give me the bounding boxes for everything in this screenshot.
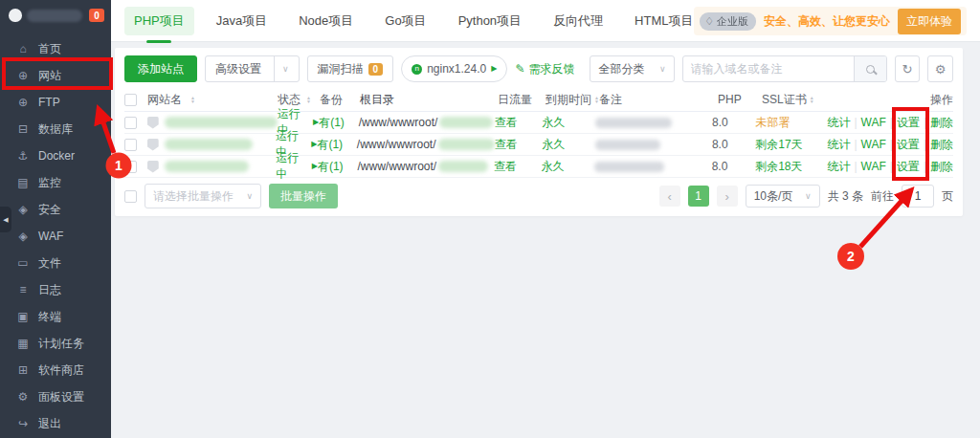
remark-blurred[interactable] [594,162,664,172]
sidebar-item-monitor[interactable]: ▤监控 [0,169,111,196]
site-waf-link[interactable]: WAF [861,138,886,151]
tab-java[interactable]: Java项目 [207,7,277,35]
sort-icon[interactable]: ▲▼ [810,96,814,103]
header-site-name[interactable]: 网站名 [147,92,182,108]
diamond-icon: ♢ [704,15,714,28]
root-path[interactable]: /www/wwwroot/ [357,160,436,173]
next-page-button[interactable]: › [717,186,738,207]
site-name-blurred[interactable] [165,161,249,172]
refresh-button[interactable]: ↻ [895,55,921,82]
site-stats-link[interactable]: 统计 [827,159,850,175]
php-version[interactable]: 8.0 [712,138,755,151]
traffic-view-link[interactable]: 查看 [495,137,542,153]
site-waf-link[interactable]: WAF [861,160,886,173]
tab-go[interactable]: Go项目 [375,7,435,35]
goto-page-input[interactable] [902,185,934,208]
sort-icon[interactable]: ▲▼ [306,96,311,103]
row-checkbox[interactable] [124,139,137,151]
sidebar-item-ftp[interactable]: ⊕FTP [0,89,111,116]
site-stats-link[interactable]: 统计 [827,115,850,131]
sidebar-item-website[interactable]: ⊕网站 [0,62,111,89]
root-path[interactable]: /www/wwwroot/ [357,138,436,151]
sidebar-item-logout[interactable]: ↪退出 [0,410,111,437]
site-delete-link[interactable]: 删除 [930,115,953,131]
sidebar-collapse-handle[interactable]: ◀ [0,207,11,232]
current-page-button[interactable]: 1 [688,186,709,207]
tab-python[interactable]: Python项目 [449,7,531,35]
notification-badge[interactable]: 0 [89,9,104,22]
pagination: ‹ 1 › 10条/页∨ 共 3 条 前往 页 [659,185,953,208]
row-checkbox[interactable] [124,117,137,129]
sidebar-item-security[interactable]: ◈安全 [0,196,111,223]
backup-link[interactable]: 有(1) [318,159,358,175]
sidebar-item-terminal[interactable]: ▣终端 [0,303,111,330]
chevron-left-icon: ◀ [3,216,8,224]
sort-icon[interactable]: ▲▼ [190,96,195,103]
tab-node[interactable]: Node项目 [289,7,363,35]
feedback-link[interactable]: ✎需求反馈 [515,61,574,77]
tab-html[interactable]: HTML项目 [625,7,702,35]
sidebar-item-waf[interactable]: ◈WAF [0,223,111,250]
vuln-scan-button[interactable]: 漏洞扫描0 [307,55,394,82]
remark-blurred[interactable] [595,118,672,128]
header-remark: 备注 [599,92,718,108]
row-checkbox[interactable] [124,161,137,173]
php-version[interactable]: 8.0 [712,116,755,129]
bulk-action-button[interactable]: 批量操作 [269,184,338,208]
prev-page-button[interactable]: ‹ [659,186,680,207]
header-ssl[interactable]: SSL证书 [762,92,807,108]
sidebar-item-logs[interactable]: ≡日志 [0,276,111,303]
sidebar-item-appstore[interactable]: ⊞软件商店 [0,357,111,383]
site-settings-link[interactable]: 设置 [897,115,920,131]
header-status[interactable]: 状态 [278,92,301,108]
site-settings-link[interactable]: 设置 [897,137,920,153]
traffic-view-link[interactable]: 查看 [495,115,542,131]
advanced-settings-button[interactable]: 高级设置∨ [205,55,300,82]
sidebar-item-files[interactable]: ▭文件 [0,250,111,276]
panel-logo-row[interactable]: 0 [0,0,111,30]
site-name-blurred[interactable] [165,139,253,150]
tab-reverse-proxy[interactable]: 反向代理 [544,7,612,35]
sidebar-item-settings[interactable]: ⚙面板设置 [0,383,111,410]
remark-blurred[interactable] [595,140,660,150]
site-delete-link[interactable]: 删除 [930,159,953,175]
traffic-view-link[interactable]: 查看 [494,159,541,175]
site-delete-link[interactable]: 删除 [930,137,953,153]
select-all-checkbox[interactable] [124,94,137,106]
page-size-select[interactable]: 10条/页∨ [746,185,820,208]
expire-value[interactable]: 永久 [542,115,594,131]
edition-label: 企业版 [717,14,748,29]
footer-select-all-checkbox[interactable] [124,190,137,203]
ssl-status[interactable]: 剩余17天 [755,137,827,153]
sidebar-item-database[interactable]: ⊟数据库 [0,116,111,142]
tab-php[interactable]: PHP项目 [124,7,194,35]
table-row: 运行中▶ 有(1) /www/wwwroot/ 查看 永久 8.0 剩余18天 … [124,156,953,178]
status-running[interactable]: 运行中 [276,150,308,183]
ssl-status[interactable]: 未部署 [755,115,827,131]
table-settings-button[interactable]: ⚙ [927,55,953,82]
bulk-action-select[interactable]: 请选择批量操作∨ [145,184,261,208]
root-path[interactable]: /www/wwwroot/ [359,116,438,129]
search-input[interactable] [683,62,854,76]
php-version[interactable]: 8.0 [712,160,756,173]
header-expire[interactable]: 到期时间 [546,92,591,108]
sidebar-item-docker[interactable]: ⚓Docker [0,142,111,169]
add-site-button[interactable]: 添加站点 [124,55,197,82]
backup-link[interactable]: 有(1) [319,115,358,131]
ssl-status[interactable]: 剩余18天 [755,159,827,175]
webserver-button[interactable]: nnginx1.24.0▶ [401,55,507,82]
sidebar-item-cron[interactable]: ▦计划任务 [0,330,111,357]
search-button[interactable] [854,56,886,81]
site-stats-link[interactable]: 统计 [827,137,850,153]
category-select[interactable]: 全部分类∨ [590,55,674,82]
site-waf-link[interactable]: WAF [861,116,886,129]
site-settings-link[interactable]: 设置 [897,159,920,175]
expire-value[interactable]: 永久 [541,159,593,175]
try-now-button[interactable]: 立即体验 [898,9,961,34]
expire-value[interactable]: 永久 [542,137,594,153]
shield-icon: ◈ [16,203,30,216]
sidebar-item-home[interactable]: ⌂首页 [0,35,111,62]
site-name-blurred[interactable] [165,117,278,128]
backup-link[interactable]: 有(1) [317,137,356,153]
site-shield-icon [147,139,159,151]
